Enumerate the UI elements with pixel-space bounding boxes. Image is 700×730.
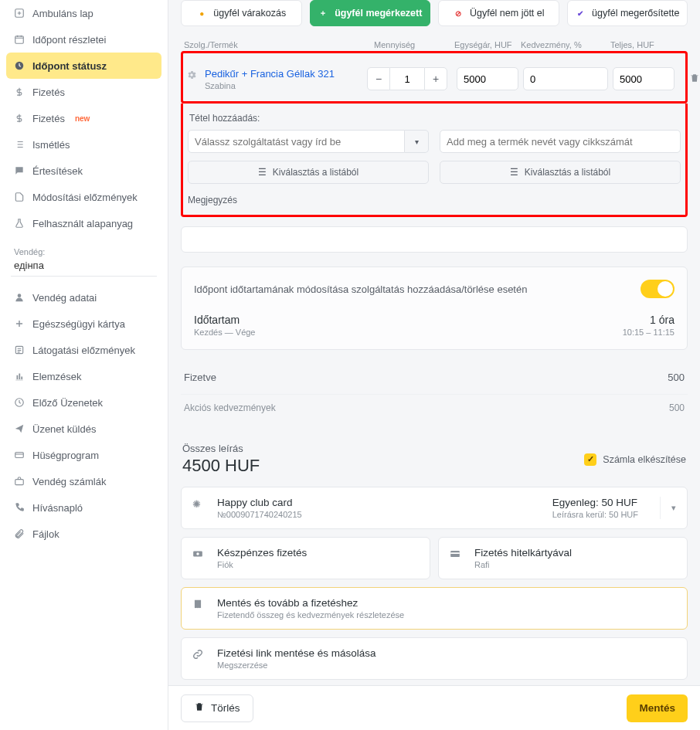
svg-rect-1 xyxy=(15,36,24,43)
sidebar-item-fizet-s[interactable]: Fizetésnew xyxy=(6,105,161,131)
footer: Törlés Mentés xyxy=(168,685,700,730)
service-select-caret[interactable]: ▾ xyxy=(405,130,429,153)
sidebar-item-label: Felhasznált alapanyag xyxy=(32,218,133,229)
sidebar-item-ambul-ns-lap[interactable]: Ambuláns lap xyxy=(6,0,161,26)
sidebar-item-h-s-gprogram[interactable]: Hüségprogram xyxy=(6,442,161,468)
save-button[interactable]: Mentés xyxy=(627,694,688,722)
service-staff: Szabina xyxy=(205,81,335,90)
sidebar-item-label: Ismétlés xyxy=(32,139,70,151)
invoice-checkbox[interactable]: ✓ Számla elkészítése xyxy=(584,453,686,466)
svg-rect-6 xyxy=(15,453,24,458)
sidebar-item-label: Fizetés xyxy=(32,113,65,124)
sidebar-item-label: Előző Üzenetek xyxy=(32,397,103,409)
sidebar-item-vend-g-adatai[interactable]: Vendég adatai xyxy=(6,284,161,311)
duration-panel: Időpont időtartamának módosítása szolgál… xyxy=(181,267,688,350)
auto-duration-toggle[interactable] xyxy=(641,280,675,298)
flask-icon xyxy=(14,218,25,229)
club-balance: Egyenleg: 50 HUF xyxy=(552,497,638,508)
qty-plus[interactable]: + xyxy=(424,67,447,90)
service-name[interactable]: Pedikűr + Francia Géllak 321 xyxy=(205,68,335,80)
file-icon xyxy=(14,192,25,202)
status-icon: ＋ xyxy=(318,8,328,19)
product-input[interactable] xyxy=(440,130,681,153)
case-icon xyxy=(14,476,25,487)
sidebar-item-label: Fizetés xyxy=(32,87,65,98)
plus-icon xyxy=(14,318,25,329)
save-and-pay[interactable]: Mentés és tovább a fizetéshez Fizetendő … xyxy=(181,587,688,630)
sidebar-item-vend-g-sz-ml-k[interactable]: Vendég számlák xyxy=(6,468,161,494)
total-input[interactable] xyxy=(613,67,675,90)
sidebar-item-elemz-sek[interactable]: Elemzések xyxy=(6,363,161,389)
new-badge: new xyxy=(75,114,90,123)
sidebar-item-label: Elemzések xyxy=(32,371,82,382)
cash-icon xyxy=(192,548,206,562)
guest-section-label: Vendég: xyxy=(6,236,161,260)
send-icon xyxy=(14,423,25,434)
sidebar-item-el-z-zenetek[interactable]: Előző Üzenetek xyxy=(6,389,161,416)
status-icon: ✔ xyxy=(575,8,586,19)
add-item-label: Tétel hozzáadás: xyxy=(189,113,679,124)
sidebar-item-id-pont-st-tusz[interactable]: Időpont státusz xyxy=(6,53,161,79)
chat-icon xyxy=(14,165,25,176)
dollar-icon xyxy=(14,113,25,124)
sidebar-item-label: Vendég számlák xyxy=(32,476,106,487)
status-icon: ⊘ xyxy=(453,8,464,19)
sidebar-item-m-dos-t-si-el-zm-nyek[interactable]: Módosítási előzmények xyxy=(6,184,161,210)
svg-rect-11 xyxy=(450,552,460,554)
sidebar-item-label: Üzenet küldés xyxy=(32,423,96,435)
chevron-down-icon[interactable]: ▾ xyxy=(660,497,676,519)
dollar-icon xyxy=(14,87,25,97)
link-icon xyxy=(192,649,206,662)
status-tab[interactable]: ✔ügyfél megerősítette xyxy=(567,0,688,26)
club-card[interactable]: ✺ Happy club card №0009071740240215 Egye… xyxy=(181,487,688,529)
payment-link[interactable]: Fizetési link mentése és másolása Megsze… xyxy=(181,637,688,680)
note-label: Megjegyzés xyxy=(188,195,681,205)
col-unit: Egységár, HUF xyxy=(454,40,516,49)
col-total: Teljes, HUF xyxy=(610,40,672,49)
qty-input[interactable] xyxy=(390,67,424,90)
sidebar-item-l-togat-si-el-zm-nyek[interactable]: Látogatási előzmények xyxy=(6,337,161,363)
user-icon xyxy=(14,292,25,303)
qty-minus[interactable]: − xyxy=(367,67,390,90)
qty-stepper[interactable]: − + xyxy=(367,67,452,90)
col-qty: Mennyiség xyxy=(365,40,450,49)
service-select[interactable] xyxy=(188,130,405,153)
auto-duration-label: Időpont időtartamának módosítása szolgál… xyxy=(194,284,527,295)
sidebar-item-h-v-snapl-[interactable]: Hívásnapló xyxy=(6,494,161,521)
sidebar-item-label: Hüségprogram xyxy=(32,450,99,461)
col-service: Szolg./Termék xyxy=(184,40,360,49)
paid-label: Fizetve xyxy=(184,372,216,383)
sidebar-item-label: Fájlok xyxy=(32,528,59,540)
sidebar-item-eg-szs-g-gyi-k-rtya[interactable]: Egészségügyi kártya xyxy=(6,311,161,337)
unit-price-input[interactable] xyxy=(457,67,518,90)
status-tab[interactable]: ●ügyfél várakozás xyxy=(181,0,302,26)
sidebar-item-ism-tl-s[interactable]: Ismétlés xyxy=(6,131,161,158)
sparkle-icon: ✺ xyxy=(192,498,206,510)
delete-button[interactable]: Törlés xyxy=(181,694,253,722)
list-icon: ☰ xyxy=(510,167,518,178)
status-tab[interactable]: ⊘Ügyfél nem jött el xyxy=(438,0,559,26)
sidebar-item-label: Hívásnapló xyxy=(32,502,83,514)
promo-label: Akciós kedvezmények xyxy=(184,402,276,413)
sidebar-item--zenet-k-ld-s[interactable]: Üzenet küldés xyxy=(6,416,161,442)
note-input[interactable] xyxy=(181,226,688,253)
check-icon: ✓ xyxy=(584,453,596,466)
sidebar-item-fizet-s[interactable]: Fizetés xyxy=(6,79,161,105)
sidebar-item--rtes-t-sek[interactable]: Értesítések xyxy=(6,158,161,184)
pay-cash[interactable]: Készpénzes fizetés Fiók xyxy=(181,537,430,579)
discount-input[interactable] xyxy=(523,67,608,90)
delete-row-icon[interactable] xyxy=(679,73,700,86)
card-icon xyxy=(14,450,25,460)
sidebar: Ambuláns lapIdőpont részleteiIdőpont stá… xyxy=(0,0,168,730)
sidebar-item-f-jlok[interactable]: Fájlok xyxy=(6,521,161,547)
col-disc: Kedvezmény, % xyxy=(521,40,606,49)
pay-card[interactable]: Fizetés hitelkártyával Rafi xyxy=(438,537,688,579)
gear-icon xyxy=(186,70,197,83)
service-pick-button[interactable]: ☰ Kiválasztás a listából xyxy=(188,161,429,184)
status-tab[interactable]: ＋ügyfél megérkezett xyxy=(310,0,431,26)
paid-value: 500 xyxy=(668,372,685,383)
product-pick-button[interactable]: ☰ Kiválasztás a listából xyxy=(440,161,681,184)
total-label: Összes leírás xyxy=(182,443,260,454)
sidebar-item-felhaszn-lt-alapanyag[interactable]: Felhasznált alapanyag xyxy=(6,210,161,236)
sidebar-item-id-pont-r-szletei[interactable]: Időpont részletei xyxy=(6,26,161,53)
